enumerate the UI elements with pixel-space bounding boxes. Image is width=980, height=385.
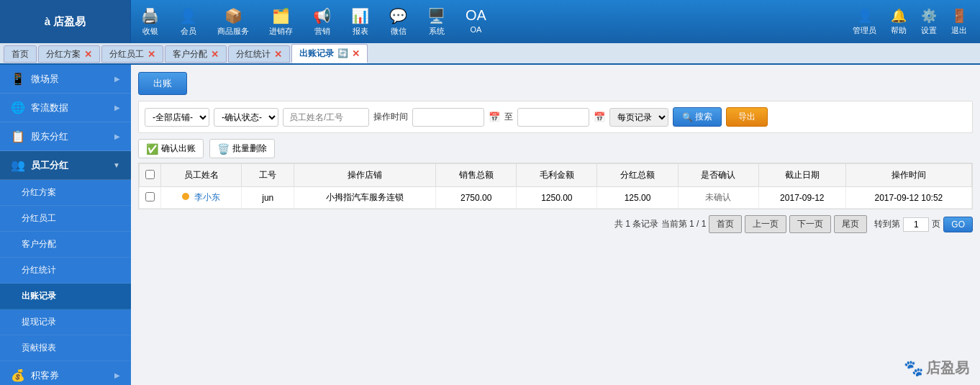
shop-filter[interactable]: -全部店铺- — [145, 108, 209, 127]
sidebar-sub-item-kehu-fenpei[interactable]: 客户分配 — [0, 232, 131, 258]
op-time-0: 2017-09-12 10:52 — [845, 187, 971, 209]
sidebar-label-keliudashuju: 客流数据 — [31, 101, 68, 114]
sidebar-item-jiquanquan[interactable]: 💰积客券▶ — [0, 361, 131, 385]
nav-item-huiyuan[interactable]: 👤会员 — [169, 4, 207, 40]
nav-right-icon-settings: ⚙️ — [921, 8, 937, 24]
last-page-btn[interactable]: 尾页 — [834, 215, 867, 233]
page-record-select[interactable]: 每页记录 — [609, 108, 668, 127]
tab-close-kehu-fenpei[interactable]: ✕ — [211, 50, 219, 59]
nav-item-shouyin[interactable]: 🖨️收银 — [131, 4, 169, 40]
sidebar-sub-item-fenhong-fangan[interactable]: 分红方案 — [0, 180, 131, 206]
tab-chuzhangjilu[interactable]: 出账记录🔄✕ — [291, 44, 368, 63]
sidebar-sub-item-fenhong-tongji[interactable]: 分红统计 — [0, 258, 131, 284]
sidebar-item-weichang[interactable]: 📱微场景▶ — [0, 65, 131, 94]
tab-kehu-fenpei[interactable]: 客户分配✕ — [165, 45, 227, 63]
go-button[interactable]: GO — [943, 217, 973, 232]
export-button[interactable]: 导出 — [726, 107, 768, 127]
batch-delete-button[interactable]: 🗑️ 批量删除 — [209, 139, 275, 158]
time-cal-icon[interactable]: 📅 — [489, 112, 500, 122]
sidebar-item-gudongfenhong[interactable]: 📋股东分红▶ — [0, 122, 131, 151]
search-button[interactable]: 🔍 搜索 — [673, 107, 722, 127]
sidebar-sub-item-gongxian-baobiao[interactable]: 贡献报表 — [0, 335, 131, 361]
nav-right-item-manager[interactable]: 👤管理员 — [845, 4, 884, 40]
tab-bar: 首页分红方案✕分红员工✕客户分配✕分红统计✕出账记录🔄✕ — [0, 43, 980, 65]
sidebar-label-gudongfenhong: 股东分红 — [31, 130, 68, 143]
tab-home[interactable]: 首页 — [4, 45, 37, 63]
table-row: 李小东 jun 小拇指汽车服务连锁 2750.00 1250.00 125.00… — [140, 187, 972, 209]
nav-label-huiyuan: 会员 — [181, 26, 196, 37]
nav-right-icon-manager: 👤 — [857, 8, 873, 24]
bottom-logo: 🐾 店盈易 — [904, 358, 969, 378]
tab-close-fenhong-yuangong[interactable]: ✕ — [148, 50, 155, 59]
date-to-cal-icon[interactable]: 📅 — [594, 112, 605, 122]
tab-close-fenhong-fangan[interactable]: ✕ — [84, 50, 92, 59]
sidebar-sub-item-tixianjilu[interactable]: 提现记录 — [0, 309, 131, 335]
sidebar-label-jiquanquan: 积客券 — [31, 369, 59, 382]
table-header-row: 员工姓名 工号 操作店铺 销售总额 毛利金额 分红总额 是否确认 截止日期 操作… — [140, 164, 972, 187]
tab-label-home: 首页 — [12, 48, 29, 60]
nav-right-label-settings: 设置 — [921, 25, 937, 36]
nav-items: 🖨️收银👤会员📦商品服务🗂️进销存📢营销📊报表💬微信🖥️系统OAOA — [131, 4, 845, 40]
tab-close-chuzhangjilu[interactable]: ✕ — [352, 49, 360, 58]
col-workno: 工号 — [242, 164, 294, 187]
gross-profit-0: 1250.00 — [517, 187, 597, 209]
employee-name-0[interactable]: 李小东 — [194, 192, 220, 202]
nav-item-jinjinchu[interactable]: 🗂️进销存 — [259, 4, 303, 40]
content-area: 出账 -全部店铺- -确认状态- 操作时间 📅 至 📅 每页记录 — [131, 65, 980, 385]
status-filter[interactable]: -确认状态- — [214, 108, 278, 127]
prev-page-btn[interactable]: 上一页 — [745, 215, 786, 233]
sidebar-sub-item-fenhong-yuangong[interactable]: 分红员工 — [0, 206, 131, 232]
chuzhang-button[interactable]: 出账 — [138, 72, 187, 95]
nav-item-weixin[interactable]: 💬微信 — [379, 4, 417, 40]
nav-item-yingxiao[interactable]: 📢营销 — [303, 4, 341, 40]
nav-label-shouyin: 收银 — [142, 26, 158, 37]
sidebar-label-yuangongfenhong: 员工分红 — [31, 159, 68, 172]
sidebar-arrow-yuangongfenhong: ▼ — [113, 161, 120, 169]
nav-item-baobiao[interactable]: 📊报表 — [341, 4, 379, 40]
pagination-info: 共 1 条记录 当前第 1 / 1 — [614, 218, 706, 230]
sidebar-item-keliudashuju[interactable]: 🌐客流数据▶ — [0, 94, 131, 122]
select-all-checkbox[interactable] — [145, 170, 155, 179]
nav-right-item-help[interactable]: 🔔帮助 — [884, 4, 914, 40]
nav-right: 👤管理员🔔帮助⚙️设置🚪退出 — [845, 4, 974, 40]
nav-right-item-settings[interactable]: ⚙️设置 — [914, 4, 944, 40]
tab-fenhong-tongji[interactable]: 分红统计✕ — [228, 45, 290, 63]
nav-right-label-help: 帮助 — [891, 25, 907, 36]
date-from[interactable] — [412, 108, 484, 127]
page-number-input[interactable] — [903, 217, 929, 232]
time-separator: 至 — [504, 111, 513, 123]
col-confirmed: 是否确认 — [678, 164, 758, 187]
search-icon: 🔍 — [682, 112, 693, 122]
confirm-chuzhang-button[interactable]: ✅ 确认出账 — [138, 139, 204, 158]
nav-item-shangpin[interactable]: 📦商品服务 — [207, 4, 259, 40]
tab-close-fenhong-tongji[interactable]: ✕ — [274, 50, 282, 59]
col-enddate: 截止日期 — [758, 164, 845, 187]
date-to[interactable] — [517, 108, 589, 127]
nav-item-OA[interactable]: OAOA — [455, 4, 496, 40]
sidebar-section-yuangongfenhong[interactable]: 👥员工分红▼ — [0, 151, 131, 180]
sidebar-sub-label-fenhong-fangan: 分红方案 — [22, 186, 56, 199]
next-page-btn[interactable]: 下一页 — [789, 215, 831, 233]
tab-label-fenhong-tongji: 分红统计 — [236, 48, 271, 60]
nav-right-icon-help: 🔔 — [891, 8, 907, 24]
nav-right-label-manager: 管理员 — [853, 25, 876, 36]
sidebar-icon-gudongfenhong: 📋 — [11, 130, 25, 143]
tab-fenhong-yuangong[interactable]: 分红员工✕ — [101, 45, 163, 63]
sidebar-sub-item-chuzhangjilu[interactable]: 出账记录 — [0, 284, 131, 309]
first-page-btn[interactable]: 首页 — [709, 215, 742, 233]
tab-fenhong-fangan[interactable]: 分红方案✕ — [38, 45, 100, 63]
name-input[interactable] — [283, 108, 369, 127]
nav-right-icon-logout: 🚪 — [951, 8, 967, 24]
sidebar-sub-label-kehu-fenpei: 客户分配 — [22, 238, 56, 250]
nav-label-weixin: 微信 — [391, 26, 407, 37]
nav-icon-xitong: 🖥️ — [427, 7, 445, 24]
row-checkbox-0[interactable] — [145, 192, 155, 201]
col-name: 员工姓名 — [161, 164, 242, 187]
nav-item-xitong[interactable]: 🖥️系统 — [417, 4, 455, 40]
sidebar-sub-label-fenhong-yuangong: 分红员工 — [22, 212, 56, 225]
sidebar: 📱微场景▶🌐客流数据▶📋股东分红▶👥员工分红▼分红方案分红员工客户分配分红统计出… — [0, 65, 131, 385]
sidebar-sub-label-tixianjilu: 提现记录 — [22, 316, 56, 328]
nav-icon-huiyuan: 👤 — [179, 7, 197, 24]
nav-right-item-logout[interactable]: 🚪退出 — [944, 4, 974, 40]
tab-refresh-icon-chuzhangjilu[interactable]: 🔄 — [337, 48, 348, 58]
